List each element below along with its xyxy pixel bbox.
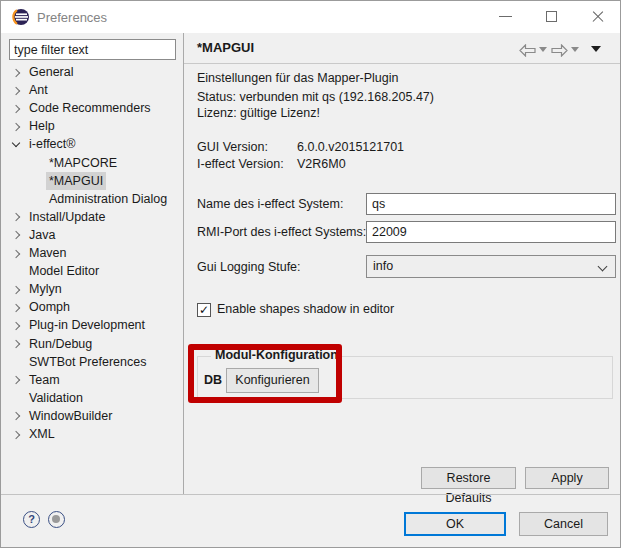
tree-item-xml[interactable]: XML (1, 425, 182, 443)
chevron-collapsed-icon[interactable] (12, 430, 21, 439)
view-menu-icon[interactable] (591, 46, 601, 52)
tree-item-label: Plug-in Development (29, 316, 145, 334)
tree-item-label: i-effect® (29, 135, 76, 153)
chevron-collapsed-icon[interactable] (12, 249, 21, 258)
tree-spacer (12, 358, 21, 367)
tree-item-mylyn[interactable]: Mylyn (1, 280, 182, 298)
chevron-collapsed-icon[interactable] (12, 231, 21, 240)
tree-item-administration-dialog[interactable]: Administration Dialog (1, 190, 182, 208)
question-mark-icon: ? (28, 513, 35, 525)
chevron-collapsed-icon[interactable] (12, 104, 21, 113)
chevron-collapsed-icon[interactable] (12, 68, 21, 77)
chevron-collapsed-icon[interactable] (12, 376, 21, 385)
tree-item-label: SWTBot Preferences (29, 353, 146, 371)
gui-version-label: GUI Version: (197, 140, 268, 154)
sidebar-divider (183, 33, 184, 494)
close-button[interactable] (578, 1, 618, 31)
rmi-port-label: RMI-Port des i-effect Systems: (197, 225, 366, 239)
tree-item-label: Mylyn (29, 280, 62, 298)
back-dropdown-icon[interactable] (539, 47, 547, 52)
forward-button[interactable] (551, 43, 568, 57)
tree-item-label: Validation (29, 389, 83, 407)
tree-item-ant[interactable]: Ant (1, 81, 182, 99)
tree-item-i-effect[interactable]: i-effect® (1, 135, 182, 153)
chevron-collapsed-icon[interactable] (12, 340, 21, 349)
tree-item-team[interactable]: Team (1, 371, 182, 389)
preferences-dialog: Preferences GeneralAntCode RecommendersH… (0, 0, 621, 548)
gui-version-value: 6.0.0.v2015121701 (297, 140, 404, 154)
chevron-collapsed-icon[interactable] (12, 303, 21, 312)
tree-spacer (12, 177, 21, 186)
apply-button[interactable]: Apply (525, 467, 609, 489)
tree-item-label: Model Editor (29, 262, 99, 280)
tree-item-model-editor[interactable]: Model Editor (1, 262, 182, 280)
arrow-back-icon (519, 44, 536, 57)
shapes-shadow-checkbox[interactable]: ✓ (197, 303, 211, 317)
tree-item-install-update[interactable]: Install/Update (1, 208, 182, 226)
logging-level-label: Gui Logging Stufe: (197, 260, 301, 274)
status-line: Status: verbunden mit qs (192.168.205.47… (197, 90, 434, 104)
maximize-icon (546, 11, 557, 22)
tree-item-label: Administration Dialog (49, 190, 167, 208)
minimize-button[interactable] (486, 1, 526, 31)
tree-item-validation[interactable]: Validation (1, 389, 182, 407)
restore-defaults-button[interactable]: Restore Defaults (421, 467, 516, 489)
chevron-collapsed-icon[interactable] (12, 86, 21, 95)
history-nav (519, 43, 615, 59)
system-name-label: Name des i-effect System: (197, 197, 343, 211)
chevron-collapsed-icon[interactable] (12, 412, 21, 421)
tree-item-label: Install/Update (29, 208, 105, 226)
tree-item-mapcore[interactable]: *MAPCORE (1, 154, 182, 172)
help-button[interactable]: ? (23, 511, 40, 528)
rmi-port-input[interactable] (366, 221, 616, 243)
chevron-collapsed-icon[interactable] (12, 321, 21, 330)
tree-item-label: WindowBuilder (29, 407, 112, 425)
plugin-description: Einstellungen für das Mapper-Plugin (197, 71, 399, 85)
tree-item-label: Maven (29, 244, 67, 262)
tree-item-help[interactable]: Help (1, 117, 182, 135)
chevron-collapsed-icon[interactable] (12, 285, 21, 294)
tree-item-code-recommenders[interactable]: Code Recommenders (1, 99, 182, 117)
system-name-input[interactable] (366, 193, 616, 215)
logging-level-value: info (373, 259, 393, 273)
tree-item-label: *MAPCORE (49, 154, 117, 172)
chevron-expanded-icon[interactable] (12, 140, 21, 149)
chevron-down-icon (599, 263, 606, 270)
header-separator (184, 63, 621, 64)
ieffect-version-value: V2R6M0 (297, 157, 346, 171)
footer-separator (1, 494, 621, 495)
tree-item-label: General (29, 63, 73, 81)
tree-item-swtbot-preferences[interactable]: SWTBot Preferences (1, 353, 182, 371)
back-button[interactable] (519, 43, 536, 57)
maximize-button[interactable] (532, 1, 572, 31)
tree-item-label: Oomph (29, 298, 70, 316)
tree-spacer (12, 394, 21, 403)
tree-item-java[interactable]: Java (1, 226, 182, 244)
chevron-collapsed-icon[interactable] (12, 213, 21, 222)
logging-level-select[interactable]: info (366, 255, 616, 278)
tree-item-label: Java (29, 226, 55, 244)
ieffect-version-label: I-effect Version: (197, 157, 284, 171)
page-title: *MAPGUI (197, 40, 254, 55)
tree-spacer (12, 267, 21, 276)
preference-recorder-button[interactable] (48, 511, 65, 528)
tree-item-oomph[interactable]: Oomph (1, 298, 182, 316)
tree-item-label: Run/Debug (29, 335, 92, 353)
forward-dropdown-icon[interactable] (571, 47, 579, 52)
shapes-shadow-label: Enable shapes shadow in editor (217, 302, 394, 316)
tree-item-windowbuilder[interactable]: WindowBuilder (1, 407, 182, 425)
tree-item-mapgui[interactable]: *MAPGUI (1, 172, 182, 190)
tree-item-plug-in-development[interactable]: Plug-in Development (1, 316, 182, 334)
tree-item-run-debug[interactable]: Run/Debug (1, 335, 182, 353)
chevron-collapsed-icon[interactable] (12, 122, 21, 131)
cancel-button[interactable]: Cancel (519, 512, 608, 536)
ok-button[interactable]: OK (404, 512, 506, 536)
preferences-tree: GeneralAntCode RecommendersHelpi-effect®… (1, 1, 183, 494)
record-dot-icon (52, 515, 60, 523)
tree-item-label: Code Recommenders (29, 99, 151, 117)
tree-item-label: Team (29, 371, 60, 389)
tree-item-label: Help (29, 117, 55, 135)
tree-item-maven[interactable]: Maven (1, 244, 182, 262)
tree-spacer (12, 195, 21, 204)
tree-item-general[interactable]: General (1, 63, 182, 81)
